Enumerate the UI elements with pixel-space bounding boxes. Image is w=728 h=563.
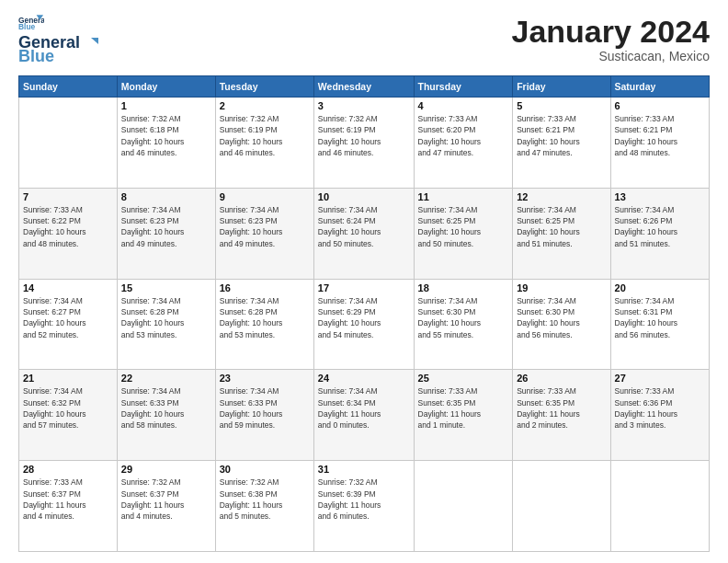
- calendar-cell: 24Sunrise: 7:34 AMSunset: 6:34 PMDayligh…: [313, 370, 414, 461]
- day-number: 28: [23, 464, 113, 475]
- day-info: Sunrise: 7:34 AMSunset: 6:25 PMDaylight:…: [517, 204, 606, 249]
- calendar-cell: 9Sunrise: 7:34 AMSunset: 6:23 PMDaylight…: [215, 188, 313, 279]
- day-number: 26: [517, 373, 606, 384]
- day-number: 18: [418, 282, 509, 293]
- day-header-sunday: Sunday: [19, 76, 118, 98]
- day-number: 15: [121, 282, 211, 293]
- calendar-cell: 2Sunrise: 7:32 AMSunset: 6:19 PMDaylight…: [215, 98, 313, 189]
- calendar-cell: 20Sunrise: 7:34 AMSunset: 6:31 PMDayligh…: [610, 279, 709, 370]
- day-number: 22: [121, 373, 211, 384]
- day-info: Sunrise: 7:34 AMSunset: 6:28 PMDaylight:…: [121, 295, 211, 340]
- day-info: Sunrise: 7:33 AMSunset: 6:37 PMDaylight:…: [23, 477, 113, 522]
- day-number: 3: [318, 100, 410, 111]
- calendar-cell: 30Sunrise: 7:32 AMSunset: 6:38 PMDayligh…: [215, 461, 313, 552]
- header: General Blue General Blue January 2024 S…: [18, 15, 710, 66]
- day-info: Sunrise: 7:33 AMSunset: 6:20 PMDaylight:…: [418, 113, 509, 158]
- day-info: Sunrise: 7:34 AMSunset: 6:24 PMDaylight:…: [318, 204, 410, 249]
- calendar-cell: 14Sunrise: 7:34 AMSunset: 6:27 PMDayligh…: [19, 279, 118, 370]
- day-number: 20: [615, 282, 705, 293]
- calendar-cell: 21Sunrise: 7:34 AMSunset: 6:32 PMDayligh…: [19, 370, 118, 461]
- day-info: Sunrise: 7:33 AMSunset: 6:22 PMDaylight:…: [23, 204, 113, 249]
- day-info: Sunrise: 7:33 AMSunset: 6:35 PMDaylight:…: [418, 385, 509, 431]
- day-info: Sunrise: 7:32 AMSunset: 6:37 PMDaylight:…: [121, 477, 211, 522]
- logo: General Blue General Blue: [18, 15, 98, 66]
- calendar-cell: [610, 461, 709, 552]
- day-info: Sunrise: 7:34 AMSunset: 6:28 PMDaylight:…: [220, 295, 310, 340]
- day-info: Sunrise: 7:34 AMSunset: 6:25 PMDaylight:…: [418, 204, 509, 249]
- day-number: 2: [220, 100, 310, 111]
- day-header-saturday: Saturday: [610, 76, 709, 98]
- calendar-cell: 10Sunrise: 7:34 AMSunset: 6:24 PMDayligh…: [313, 188, 414, 279]
- day-number: 30: [220, 464, 310, 475]
- calendar-cell: 28Sunrise: 7:33 AMSunset: 6:37 PMDayligh…: [19, 461, 118, 552]
- day-number: 24: [318, 373, 410, 384]
- day-header-thursday: Thursday: [414, 76, 513, 98]
- calendar-cell: 3Sunrise: 7:32 AMSunset: 6:19 PMDaylight…: [313, 98, 414, 189]
- calendar-cell: 19Sunrise: 7:34 AMSunset: 6:30 PMDayligh…: [513, 279, 610, 370]
- calendar-cell: 4Sunrise: 7:33 AMSunset: 6:20 PMDaylight…: [414, 98, 513, 189]
- calendar-week-row: 28Sunrise: 7:33 AMSunset: 6:37 PMDayligh…: [19, 461, 710, 552]
- day-info: Sunrise: 7:33 AMSunset: 6:35 PMDaylight:…: [517, 385, 606, 431]
- day-info: Sunrise: 7:34 AMSunset: 6:30 PMDaylight:…: [517, 295, 606, 340]
- calendar-cell: [414, 461, 513, 552]
- day-info: Sunrise: 7:34 AMSunset: 6:23 PMDaylight:…: [121, 204, 211, 249]
- day-number: 25: [418, 373, 509, 384]
- calendar-header-row: SundayMondayTuesdayWednesdayThursdayFrid…: [19, 76, 710, 98]
- day-number: 6: [615, 100, 705, 111]
- calendar-cell: 22Sunrise: 7:34 AMSunset: 6:33 PMDayligh…: [117, 370, 215, 461]
- day-info: Sunrise: 7:32 AMSunset: 6:19 PMDaylight:…: [318, 113, 410, 158]
- calendar-cell: 27Sunrise: 7:33 AMSunset: 6:36 PMDayligh…: [610, 370, 709, 461]
- calendar-week-row: 7Sunrise: 7:33 AMSunset: 6:22 PMDaylight…: [19, 188, 710, 279]
- location-subtitle: Susticacan, Mexico: [512, 49, 711, 63]
- day-info: Sunrise: 7:33 AMSunset: 6:36 PMDaylight:…: [615, 385, 705, 431]
- calendar-week-row: 21Sunrise: 7:34 AMSunset: 6:32 PMDayligh…: [19, 370, 710, 461]
- day-info: Sunrise: 7:32 AMSunset: 6:18 PMDaylight:…: [121, 113, 211, 158]
- day-info: Sunrise: 7:34 AMSunset: 6:33 PMDaylight:…: [121, 385, 211, 431]
- calendar-cell: 5Sunrise: 7:33 AMSunset: 6:21 PMDaylight…: [513, 98, 610, 189]
- day-info: Sunrise: 7:34 AMSunset: 6:34 PMDaylight:…: [318, 385, 410, 431]
- day-number: 8: [121, 191, 211, 202]
- day-info: Sunrise: 7:32 AMSunset: 6:38 PMDaylight:…: [220, 477, 310, 522]
- day-header-wednesday: Wednesday: [313, 76, 414, 98]
- day-info: Sunrise: 7:34 AMSunset: 6:32 PMDaylight:…: [23, 385, 113, 431]
- day-info: Sunrise: 7:34 AMSunset: 6:26 PMDaylight:…: [615, 204, 705, 249]
- calendar-cell: 17Sunrise: 7:34 AMSunset: 6:29 PMDayligh…: [313, 279, 414, 370]
- day-number: 12: [517, 191, 606, 202]
- day-number: 14: [23, 282, 113, 293]
- calendar-week-row: 1Sunrise: 7:32 AMSunset: 6:18 PMDaylight…: [19, 98, 710, 189]
- calendar-cell: 13Sunrise: 7:34 AMSunset: 6:26 PMDayligh…: [610, 188, 709, 279]
- calendar-cell: 18Sunrise: 7:34 AMSunset: 6:30 PMDayligh…: [414, 279, 513, 370]
- title-block: January 2024 Susticacan, Mexico: [512, 15, 711, 63]
- day-number: 17: [318, 282, 410, 293]
- calendar-cell: 29Sunrise: 7:32 AMSunset: 6:37 PMDayligh…: [117, 461, 215, 552]
- day-number: 16: [220, 282, 310, 293]
- calendar-table: SundayMondayTuesdayWednesdayThursdayFrid…: [18, 75, 710, 552]
- svg-marker-3: [91, 38, 98, 44]
- logo-wave-icon: [82, 37, 98, 50]
- day-header-monday: Monday: [117, 76, 215, 98]
- day-number: 31: [318, 464, 410, 475]
- calendar-cell: 16Sunrise: 7:34 AMSunset: 6:28 PMDayligh…: [215, 279, 313, 370]
- day-number: 4: [418, 100, 509, 111]
- calendar-cell: 26Sunrise: 7:33 AMSunset: 6:35 PMDayligh…: [513, 370, 610, 461]
- day-info: Sunrise: 7:34 AMSunset: 6:33 PMDaylight:…: [220, 385, 310, 431]
- day-number: 9: [220, 191, 310, 202]
- calendar-cell: 1Sunrise: 7:32 AMSunset: 6:18 PMDaylight…: [117, 98, 215, 189]
- day-info: Sunrise: 7:32 AMSunset: 6:39 PMDaylight:…: [318, 477, 410, 522]
- day-number: 7: [23, 191, 113, 202]
- calendar-cell: 8Sunrise: 7:34 AMSunset: 6:23 PMDaylight…: [117, 188, 215, 279]
- logo-blue: Blue: [18, 47, 54, 66]
- calendar-cell: 7Sunrise: 7:33 AMSunset: 6:22 PMDaylight…: [19, 188, 118, 279]
- day-number: 13: [615, 191, 705, 202]
- day-info: Sunrise: 7:32 AMSunset: 6:19 PMDaylight:…: [220, 113, 310, 158]
- day-info: Sunrise: 7:34 AMSunset: 6:31 PMDaylight:…: [615, 295, 705, 340]
- month-year-title: January 2024: [512, 15, 711, 49]
- day-info: Sunrise: 7:34 AMSunset: 6:23 PMDaylight:…: [220, 204, 310, 249]
- svg-text:Blue: Blue: [18, 22, 35, 31]
- day-info: Sunrise: 7:34 AMSunset: 6:27 PMDaylight:…: [23, 295, 113, 340]
- day-header-tuesday: Tuesday: [215, 76, 313, 98]
- calendar-cell: 31Sunrise: 7:32 AMSunset: 6:39 PMDayligh…: [313, 461, 414, 552]
- day-number: 10: [318, 191, 410, 202]
- calendar-cell: [513, 461, 610, 552]
- day-number: 5: [517, 100, 606, 111]
